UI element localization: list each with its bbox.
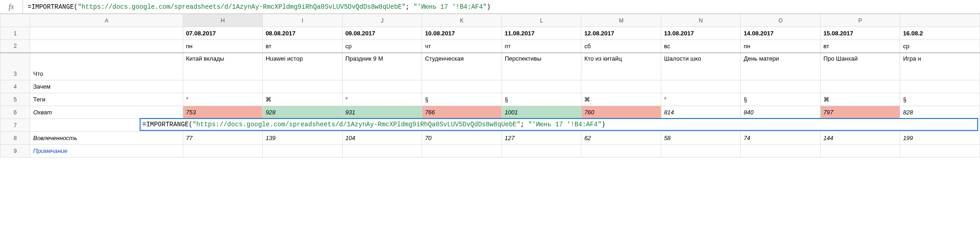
cell-data[interactable]: 127 (501, 132, 581, 145)
cell-data[interactable]: 13.08.2017 (661, 27, 741, 40)
cell-data[interactable]: 77 (183, 132, 263, 145)
cell-A1[interactable] (30, 27, 183, 40)
cell-data[interactable]: День матери (741, 53, 821, 80)
cell-data[interactable]: ср (900, 40, 980, 53)
cell-data[interactable] (661, 80, 741, 93)
cell-data[interactable]: ⌘ (263, 93, 343, 106)
cell-data[interactable]: 199 (900, 132, 980, 145)
cell-data[interactable] (422, 80, 502, 93)
row-header-3[interactable]: 3 (0, 53, 30, 80)
cell-data[interactable]: 814 (661, 106, 741, 119)
cell-data[interactable]: 828 (900, 106, 980, 119)
cell-data[interactable] (661, 145, 741, 158)
cell-data[interactable]: ° (342, 93, 422, 106)
cell-data[interactable]: ср (342, 40, 422, 53)
cell-A3[interactable]: Что (30, 53, 183, 80)
cell-data[interactable]: ° (661, 93, 741, 106)
col-header-K[interactable]: K (422, 14, 502, 27)
cell-data[interactable] (263, 145, 343, 158)
cell-data[interactable]: сб (581, 40, 661, 53)
cell-data[interactable]: Huawei истор (263, 53, 343, 80)
cell-data[interactable] (422, 145, 502, 158)
cell-data[interactable] (263, 80, 343, 93)
cell-data[interactable]: 62 (581, 132, 661, 145)
cell-data[interactable] (342, 80, 422, 93)
cell-data[interactable]: § (900, 93, 980, 106)
cell-data[interactable]: ⌘ (820, 93, 900, 106)
row-header-6[interactable]: 6 (0, 106, 30, 119)
cell-A8[interactable]: Вовлеченность (30, 132, 183, 145)
cell-data[interactable] (183, 80, 263, 93)
row-header-4[interactable]: 4 (0, 80, 30, 93)
cell-data[interactable]: 104 (342, 132, 422, 145)
cell-data[interactable]: Кто из китайц (581, 53, 661, 80)
cell-A9[interactable]: Примечание (30, 145, 183, 158)
fx-icon[interactable]: fx (0, 0, 23, 13)
formula-input[interactable]: =IMPORTRANGE("https://docs.google.com/sp… (23, 0, 980, 13)
col-header-L[interactable]: L (501, 14, 581, 27)
cell-A6[interactable]: Охват (30, 106, 183, 119)
col-header-H[interactable]: H (183, 14, 263, 27)
cell-data[interactable]: пт (501, 40, 581, 53)
cell-data[interactable]: 09.08.2017 (342, 27, 422, 40)
cell-data[interactable] (342, 145, 422, 158)
row-header-2[interactable]: 2 (0, 40, 30, 53)
row-header-7[interactable]: 7 (0, 119, 30, 132)
col-header-next[interactable] (900, 14, 980, 27)
cell-data[interactable]: 07.08.2017 (183, 27, 263, 40)
cell-data[interactable]: ⌘ (581, 93, 661, 106)
cell-data[interactable]: ° (183, 93, 263, 106)
cell-data[interactable]: 14.08.2017 (741, 27, 821, 40)
cell-data[interactable]: 15.08.2017 (820, 27, 900, 40)
cell-data[interactable]: 760 (581, 106, 661, 119)
cell-data[interactable]: 144 (820, 132, 900, 145)
cell-data[interactable] (900, 145, 980, 158)
cell-data[interactable]: § (741, 93, 821, 106)
cell-A4[interactable]: Зачем (30, 80, 183, 93)
select-all-corner[interactable] (0, 14, 30, 27)
cell-data[interactable] (501, 145, 581, 158)
cell-data[interactable]: Перспективы (501, 53, 581, 80)
cell-data[interactable]: 08.08.2017 (263, 27, 343, 40)
cell-data[interactable] (581, 80, 661, 93)
row-header-5[interactable]: 5 (0, 93, 30, 106)
cell-data[interactable]: вт (263, 40, 343, 53)
cell-data[interactable]: 74 (741, 132, 821, 145)
cell-data[interactable] (501, 80, 581, 93)
col-header-P[interactable]: P (820, 14, 900, 27)
col-header-J[interactable]: J (342, 14, 422, 27)
cell-data[interactable]: вс (661, 40, 741, 53)
cell-data[interactable]: Игра н (900, 53, 980, 80)
col-header-A[interactable]: A (30, 14, 183, 27)
row-header-9[interactable]: 9 (0, 145, 30, 158)
cell-data[interactable]: 16.08.2 (900, 27, 980, 40)
cell-data[interactable]: пн (741, 40, 821, 53)
cell-data[interactable]: 753 (183, 106, 263, 119)
cell-data[interactable] (741, 80, 821, 93)
cell-data[interactable]: 58 (661, 132, 741, 145)
cell-data[interactable]: 840 (741, 106, 821, 119)
row-header-1[interactable]: 1 (0, 27, 30, 40)
cell-data[interactable]: 931 (342, 106, 422, 119)
cell-data[interactable] (820, 80, 900, 93)
cell-data[interactable]: пн (183, 40, 263, 53)
cell-data[interactable]: вт (820, 40, 900, 53)
cell-data[interactable]: 70 (422, 132, 502, 145)
col-header-M[interactable]: M (581, 14, 661, 27)
col-header-O[interactable]: O (741, 14, 821, 27)
cell-data[interactable]: Китай вклады (183, 53, 263, 80)
cell-editor[interactable]: =IMPORTRANGE("https://docs.google.com/sp… (140, 118, 978, 131)
cell-data[interactable]: 928 (263, 106, 343, 119)
cell-data[interactable] (581, 145, 661, 158)
cell-data[interactable] (741, 145, 821, 158)
row-header-8[interactable]: 8 (0, 132, 30, 145)
cell-data[interactable]: 139 (263, 132, 343, 145)
cell-data[interactable]: 12.08.2017 (581, 27, 661, 40)
cell-A2[interactable] (30, 40, 183, 53)
cell-data[interactable]: Шалости шко (661, 53, 741, 80)
cell-data[interactable] (183, 145, 263, 158)
col-header-N[interactable]: N (661, 14, 741, 27)
spreadsheet-grid[interactable]: A H I J K L M N O P 107.08.201708.08.201… (0, 14, 980, 158)
cell-data[interactable]: Про Шанхай (820, 53, 900, 80)
cell-data[interactable] (900, 80, 980, 93)
